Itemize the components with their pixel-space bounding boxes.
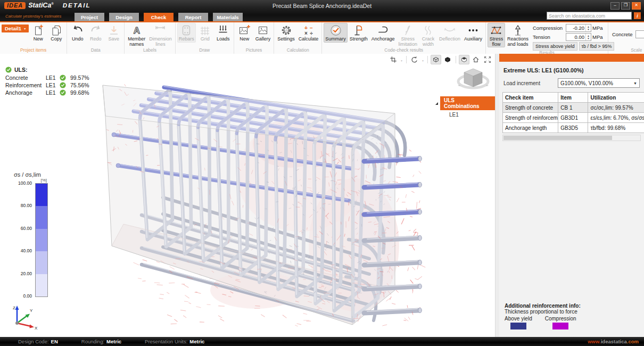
undo-button[interactable]: Undo [69,23,86,43]
uls-summary-header: ULS: [5,67,98,73]
stress-flow-button[interactable]: Stress flow [488,23,505,47]
status-item-presentation-units[interactable]: Presentation Units:Metric [145,339,204,344]
member-names-icon: A [130,24,143,37]
status-item-design-code[interactable]: Design Code:EN [18,339,58,344]
copy-button[interactable]: Copy [47,23,65,43]
summary-icon [329,24,342,37]
auxiliary-icon [467,24,480,37]
tab-materials[interactable]: Materials [213,13,243,21]
new-button[interactable]: New [236,23,253,43]
scale-controls: Concrete1.50▲▼ [610,30,644,38]
member-names-button[interactable]: AMember names [126,23,147,47]
new-item-icon [32,24,45,37]
orbit-tool-icon[interactable] [409,55,420,64]
crack-width-button: Crack width [419,23,437,47]
crop-tool-dropdown-caret[interactable]: ⌄ [400,58,403,62]
legend-tick-label: 100.00 [18,180,32,186]
ribbon: Detail1▾NewCopyProject itemsUndoRedoSave… [0,22,644,54]
3d-viewport[interactable]: ⌄⌄ ULS:ConcreteLE199.57%ReinforcementLE1… [0,54,495,337]
title-bar: IDEA StatiCa® DETAIL Calculate yesterday… [0,0,644,21]
load-increment-dropdown[interactable]: G100.00%, V100.00% ▼ [558,78,640,88]
tension-input[interactable]: 0.00▲▼ [566,33,591,41]
status-item-rounding[interactable]: Rounding:Metric [81,339,121,344]
tree-item-le1[interactable]: LE1 [449,112,495,118]
home-view-icon[interactable] [470,55,481,64]
loads-button[interactable]: Loads [214,23,232,43]
tab-report[interactable]: Report [178,13,208,21]
legend-band [36,206,47,228]
uls-summary-row-reinforcement: ReinforcementLE175.56% [5,81,98,89]
orbit-tool-dropdown-caret[interactable]: ⌄ [422,58,424,62]
navigation-cube[interactable] [456,64,491,94]
gallery-button[interactable]: Gallery [254,23,273,43]
strength-icon [352,24,365,37]
compression-input-arrows[interactable]: ▲▼ [585,24,591,31]
concrete-scale-input-value: 1.50 [636,31,644,38]
new-button[interactable]: New [29,23,47,43]
search-input[interactable] [547,12,632,20]
concrete-scale-input[interactable]: 1.50▲▼ [635,30,644,38]
clip-view-icon[interactable] [459,55,469,64]
tab-design[interactable]: Design [109,13,139,21]
gallery-icon [257,24,269,37]
crack-width-icon [422,24,434,37]
compression-label: Compression [533,25,566,31]
compression-input-down-icon[interactable]: ▼ [587,28,590,31]
check-passed-icon [60,82,70,88]
crop-tool-icon[interactable] [388,55,399,64]
ribbon-tabs: ProjectDesignCheckReportMaterials [75,13,243,21]
grid-icon [199,24,211,37]
detail-selector-button[interactable]: Detail1▾ [2,24,29,32]
maximize-button[interactable]: ❐ [621,2,630,10]
ribbon-group-scale: Concrete1.50▲▼Scale [608,22,644,54]
zoom-fit-icon[interactable] [482,55,493,64]
close-button[interactable]: ✕ [632,2,641,10]
settings-icon: </> [280,24,293,37]
table-row-strength-of-reinforcement[interactable]: Strength of reinforcementGB3D1εs/εs,lim:… [503,113,644,123]
solid-view-icon[interactable] [442,55,453,64]
viewport-toolbar: ⌄⌄ [388,55,493,64]
stress-above-yield-toggle[interactable]: Stress above yield [533,42,577,51]
tree-root-uls-combinations[interactable]: ULS Combinations [435,96,495,110]
anchorage-button[interactable]: Anchorage [370,23,397,43]
stress-flow-icon [490,24,502,37]
tension-input-down-icon[interactable]: ▼ [587,37,590,40]
table-row-strength-of-concrete[interactable]: Strength of concreteCB 1σc/σc,lim: 99.57… [503,103,644,113]
info-subtitle: Thickness proportional to force [505,309,581,315]
uls-summary-row-concrete: ConcreteLE199.57% [5,74,98,81]
group-label: Labels [126,47,174,54]
table-row-anchorage-length[interactable]: Anchorage lengthGB3D5τb/fbd: 99.68% [503,123,644,133]
reactions-and-loads-button[interactable]: Reactions and loads [506,23,530,47]
wireframe-view-icon[interactable] [431,55,441,64]
tab-project[interactable]: Project [75,13,104,21]
tree-expander-icon[interactable] [435,102,438,105]
info-button[interactable]: i [634,12,641,19]
calculate-button[interactable]: +−×÷Calculate [297,23,320,43]
scrollbar-thumb[interactable] [503,136,612,140]
svg-text:Y: Y [30,308,33,313]
stress-color-legend: σs / σs,lim [%] 100.0080.0060.0040.0020.… [14,171,65,296]
caret-down-icon: ▾ [24,27,26,30]
compression-input[interactable]: -0.20▲▼ [566,24,591,32]
axis-triad: Z Y X [10,304,40,332]
minimize-button[interactable]: – [610,2,620,10]
tension-input-arrows[interactable]: ▲▼ [585,34,591,40]
dimension-lines-button: Dimension lines [147,23,174,47]
legend-band [36,184,47,206]
auxiliary-button[interactable]: Auxiliary [463,23,484,43]
website-link[interactable]: www.ideastatica.com [588,339,639,344]
table-horizontal-scrollbar[interactable] [502,135,641,141]
document-title: Precast Beam Splice Anchoring.ideaDet [0,3,644,9]
summary-button[interactable]: Summary [324,23,348,43]
save-button: Save [105,23,122,43]
ribbon-group-results: Stress flowReactions and loadsCompressio… [486,22,608,54]
redo-button: Redo [87,23,104,43]
legend-band [36,274,47,296]
tab-check[interactable]: Check [144,13,174,21]
results-panel: Extreme ULS: LE1 (G100.00%) Load increme… [499,54,644,337]
settings-button[interactable]: </>Settings [276,23,296,43]
strength-button[interactable]: Strength [348,23,369,43]
anchorage-icon [377,24,390,37]
group-label: Calculation [276,47,320,54]
calculate-icon: +−×÷ [302,24,315,37]
